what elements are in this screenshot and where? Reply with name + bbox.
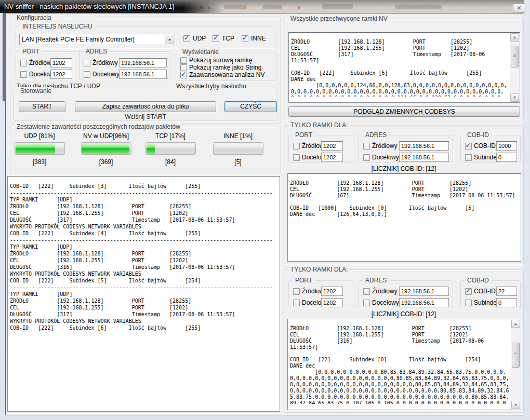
config-group: Konfiguracja INTERFEJS NASŁUCHU LAN [Rea…: [10, 18, 281, 124]
scrollbar-thumb[interactable]: [512, 343, 520, 368]
filter1-port-dest-input[interactable]: [321, 153, 343, 162]
filter2-checkbox-port-source[interactable]: [293, 288, 300, 295]
filter2-subindex-input[interactable]: [496, 298, 517, 307]
filter1-log-text: ŹRÓDŁO [192.168.1.128] PORT [28255] CEL …: [288, 180, 520, 255]
display-group-label: Wyświetlanie: [180, 48, 221, 56]
checkbox-port-source[interactable]: [20, 60, 27, 66]
filter1-port-source-input[interactable]: [321, 141, 343, 151]
filter2-cobid-group-label: COB-ID: [465, 277, 491, 284]
nv-log[interactable]: ŹRÓDŁO [192.168.1.128] PORT [28255] CEL …: [288, 32, 520, 103]
filter1-checkbox-port-dest[interactable]: [293, 154, 300, 161]
filter1-cobid-input[interactable]: [496, 141, 517, 151]
scroll-up-icon[interactable]: ▲: [510, 33, 519, 42]
filter1-log[interactable]: ŹRÓDŁO [192.168.1.128] PORT [28255] CEL …: [287, 173, 521, 262]
filter2-address-source-input[interactable]: [399, 287, 449, 296]
filter1-address-group: ADRES Źródłowy Docelowy: [359, 135, 453, 163]
codesys-preview-button[interactable]: PODGLĄD ZMIENNYCH CODESYS: [288, 106, 520, 117]
stat-udp-label: UDP [81%]: [14, 132, 65, 141]
filter2-checkbox-address-source[interactable]: [363, 288, 370, 295]
scroll-down-icon[interactable]: ▼: [511, 401, 520, 409]
press-start-hint: Wciśnij START: [14, 113, 277, 120]
stat-tcp-count: [84]: [145, 158, 196, 166]
filter1-checkbox-subindex[interactable]: [465, 154, 472, 161]
stat-inne: INNE [1%] [5]: [213, 132, 263, 166]
scrollbar-thumb[interactable]: [511, 46, 519, 67]
filter2-checkbox-subindex[interactable]: [465, 300, 472, 306]
show-frame-string-label: Pokazuj ramkę jako String: [189, 64, 261, 71]
filter2-counter: [LICZNIK] COB-ID: [12]: [284, 310, 523, 318]
port-group: PORT Źródłowy Docelowy: [16, 51, 83, 80]
config-group-label: Konfiguracja: [15, 14, 54, 21]
filter1-address-dest-input[interactable]: [399, 153, 449, 162]
scroll-up-icon[interactable]: ▲: [511, 320, 520, 328]
filter1-checkbox-cobid[interactable]: [465, 143, 472, 150]
filter2-cobid-input[interactable]: [496, 287, 517, 296]
checkbox-inne[interactable]: [242, 35, 248, 42]
clear-button[interactable]: CZYŚĆ: [224, 101, 277, 112]
display-group: Wyświetlanie Pokazuj surową ramkę Pokazu…: [176, 52, 276, 81]
checkbox-udp[interactable]: [183, 35, 190, 42]
progress-udp-fill: [16, 143, 56, 154]
background-window-edge: [3, 13, 5, 101]
checkbox-address-dest[interactable]: [84, 71, 90, 78]
interface-select[interactable]: LAN [Realtek PCIe FE Family Controller] …: [19, 34, 175, 45]
filter2-log[interactable]: ŹRÓDŁO [192.168.1.128] PORT [28255] CEL …: [287, 319, 521, 410]
checkbox-address-source[interactable]: [84, 60, 90, 66]
filter1-subindex-input[interactable]: [496, 153, 517, 162]
scroll-down-icon[interactable]: ▼: [510, 93, 519, 102]
checkbox-advanced-nv-analysis[interactable]: [180, 72, 187, 78]
port-dest-input[interactable]: [50, 70, 72, 79]
port-source-input[interactable]: [50, 58, 72, 67]
close-button[interactable]: ✕: [513, 3, 525, 13]
filter2-port-dest-input[interactable]: [321, 298, 343, 307]
address-group-label: ADRES: [84, 48, 109, 55]
stats-group: Zestawienie zawartości poszczególnych ro…: [10, 127, 281, 174]
checkbox-tcp-label: TCP: [222, 35, 234, 42]
filter2-checkbox-address-dest[interactable]: [363, 300, 370, 306]
filter1-checkbox-address-dest[interactable]: [363, 154, 370, 161]
filter2-port-source-input[interactable]: [321, 287, 343, 296]
filter1-cobid-label: COB-ID: [474, 142, 496, 150]
filter2-group-label: TYLKO RAMKI DLA:: [288, 266, 350, 273]
show-raw-frame-label: Pokazuj surową ramkę: [189, 57, 252, 64]
checkbox-show-raw-frame[interactable]: [180, 57, 187, 64]
window-title: NV sniffer - nasłuch pakietów sieciowych…: [4, 0, 174, 13]
filter2-cobid-group: COB-ID COB-ID Subindex: [460, 280, 521, 308]
filter1-cobid-group: COB-ID COB-ID Subindex: [460, 135, 521, 163]
address-dest-input[interactable]: [119, 70, 167, 79]
filter2-cobid-label: COB-ID: [474, 288, 496, 295]
progress-nv-udp-fill: [82, 143, 129, 154]
filter1-checkbox-port-source[interactable]: [293, 143, 300, 150]
nv-log-scrollbar[interactable]: ▲ ▼: [510, 33, 519, 102]
filter2-group: TYLKO RAMKI DLA: PORT Źródłowy Docelowy …: [284, 269, 524, 413]
address-source-input[interactable]: [119, 58, 167, 67]
checkbox-tcp[interactable]: [213, 35, 219, 42]
filter1-address-source-input[interactable]: [399, 141, 449, 151]
filter2-checkbox-cobid[interactable]: [465, 288, 472, 295]
address-group: ADRES Źródłowy Docelowy: [79, 51, 170, 80]
title-bar: NV sniffer - nasłuch pakietów sieciowych…: [0, 0, 524, 13]
filter2-address-source-label: Źródłowy: [372, 288, 398, 295]
filter2-log-scrollbar[interactable]: ▲ ▼: [511, 320, 520, 409]
filter1-checkbox-address-source[interactable]: [363, 143, 370, 150]
filter2-address-dest-input[interactable]: [399, 298, 449, 307]
stat-nv-udp-label: NV w UDP[96%]: [81, 132, 131, 141]
stat-tcp: TCP [17%] [84]: [145, 132, 196, 166]
stat-inne-label: INNE [1%]: [213, 132, 263, 141]
address-source-label: Źródłowy: [92, 59, 118, 66]
control-group: Sterowanie START Zapisz zawartość okna d…: [14, 91, 277, 121]
filter2-address-group: ADRES Źródłowy Docelowy: [359, 280, 453, 308]
filter2-address-dest-label: Docelowy: [372, 299, 399, 306]
filter1-group: TYLKO RAMKI DLA: PORT Źródłowy Docelowy …: [284, 125, 524, 264]
main-log[interactable]: COB-ID [222] Subindex [3] Ilość bajtów […: [7, 176, 280, 412]
app-window: Konfiguracja INTERFEJS NASŁUCHU LAN [Rea…: [5, 13, 523, 415]
address-dest-label: Docelowy: [92, 71, 120, 78]
filter2-checkbox-port-dest[interactable]: [293, 300, 300, 306]
interface-group: INTERFEJS NASŁUCHU LAN [Realtek PCIe FE …: [16, 26, 275, 48]
chevron-down-icon[interactable]: ▼: [165, 35, 174, 44]
filter1-counter: [LICZNIK] COB-ID: [12]: [284, 165, 523, 172]
save-button[interactable]: Zapisz zawartość okna do pliku: [75, 101, 216, 112]
stats-group-label: Zestawienie zawartości poszczególnych ro…: [15, 123, 182, 130]
checkbox-port-dest[interactable]: [20, 71, 27, 78]
start-button[interactable]: START: [19, 101, 65, 112]
